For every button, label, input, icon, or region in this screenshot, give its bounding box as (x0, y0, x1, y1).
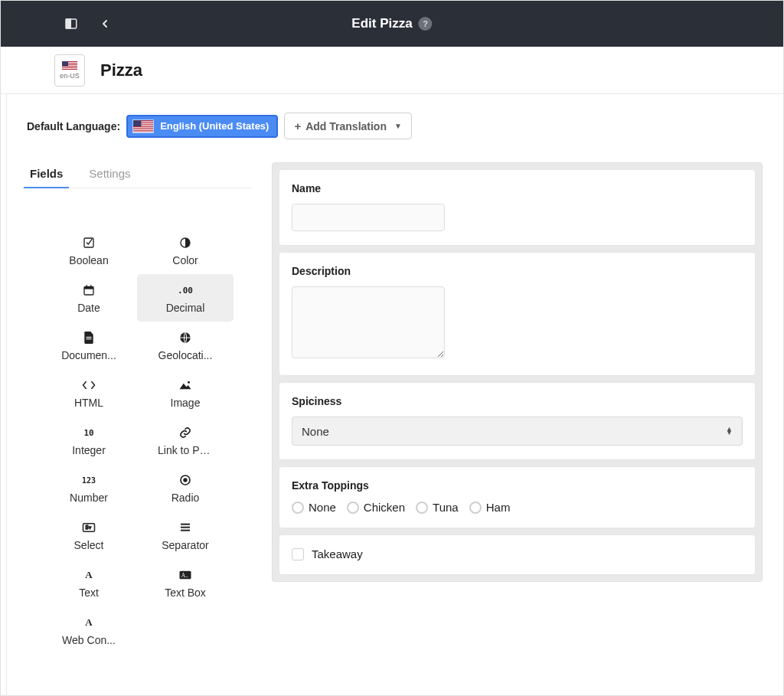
locale-code: en-US (60, 72, 80, 80)
radio-icon (469, 502, 482, 514)
field-label-description: Description (292, 265, 743, 277)
field-card-takeaway[interactable]: Takeaway (279, 534, 756, 575)
text-icon: A (85, 567, 92, 583)
svg-marker-27 (180, 384, 191, 390)
panel-toggle-icon[interactable] (60, 13, 82, 34)
description-input[interactable] (292, 286, 445, 358)
takeaway-checkbox-row[interactable]: Takeaway (292, 547, 743, 560)
header-title-wrap: Edit Pizza ? (351, 1, 432, 47)
topping-option-tuna[interactable]: Tuna (416, 501, 459, 514)
field-type-date[interactable]: Date (41, 274, 137, 322)
topping-option-ham[interactable]: Ham (469, 501, 511, 514)
locale-selector[interactable]: en-US (54, 54, 85, 87)
tab-settings[interactable]: Settings (87, 162, 132, 188)
code-icon (82, 377, 96, 394)
field-type-geolocation[interactable]: Geolocati... (137, 322, 234, 369)
plus-icon: + (294, 119, 301, 132)
svg-rect-7 (62, 68, 77, 69)
svg-text:A..: A.. (181, 572, 188, 579)
field-type-link[interactable]: Link to Pa... (137, 417, 234, 464)
number-icon: 123 (82, 472, 96, 489)
integer-icon: 10 (83, 424, 93, 441)
right-column: Name Description Spiciness None ▲▼ Extra… (272, 162, 763, 654)
link-icon (179, 424, 191, 441)
select-icon: S▾ (82, 519, 96, 536)
toppings-radio-group: None Chicken Tuna Ham (292, 501, 743, 514)
checkbox-icon (292, 548, 304, 560)
main-area: Default Language: English (United States… (6, 94, 778, 696)
radio-icon (347, 502, 359, 514)
field-type-separator[interactable]: Separator (137, 511, 234, 559)
page-title: Pizza (100, 60, 142, 80)
header-title: Edit Pizza (351, 16, 412, 31)
left-column: Fields Settings Boolean Color Date .00 (22, 162, 252, 654)
svg-rect-6 (62, 67, 77, 67)
svg-rect-25 (87, 338, 92, 339)
svg-rect-15 (133, 129, 153, 129)
svg-rect-1 (66, 19, 70, 28)
field-type-color[interactable]: Color (137, 227, 234, 274)
svg-point-28 (188, 381, 190, 384)
svg-rect-21 (84, 286, 93, 289)
name-input[interactable] (292, 204, 445, 231)
checkbox-icon (83, 234, 95, 251)
back-icon[interactable] (94, 13, 116, 34)
field-card-toppings[interactable]: Extra Toppings None Chicken Tuna Ham (279, 466, 756, 528)
tab-fields[interactable]: Fields (28, 162, 64, 188)
language-row: Default Language: English (United States… (27, 113, 763, 139)
spiciness-select[interactable]: None ▲▼ (292, 417, 743, 446)
decimal-icon: .00 (178, 282, 193, 299)
document-icon (83, 329, 94, 346)
add-translation-button[interactable]: + Add Translation ▼ (284, 113, 411, 139)
topping-option-chicken[interactable]: Chicken (347, 501, 405, 514)
field-label-toppings: Extra Toppings (292, 479, 743, 492)
svg-rect-14 (133, 127, 153, 128)
add-translation-label: Add Translation (305, 120, 387, 132)
textbox-icon: A.. (178, 567, 192, 583)
field-type-radio[interactable]: Radio (137, 464, 234, 511)
field-card-spiciness[interactable]: Spiciness None ▲▼ (279, 382, 756, 460)
field-type-documents[interactable]: Documen... (41, 322, 137, 369)
caret-down-icon: ▼ (394, 122, 402, 130)
field-type-webcontent[interactable]: A Web Con... (41, 606, 137, 654)
radio-icon (416, 502, 428, 514)
field-type-html[interactable]: HTML (41, 369, 137, 417)
contrast-icon (179, 234, 191, 251)
field-type-decimal[interactable]: .00 Decimal (137, 274, 234, 322)
image-icon (178, 377, 192, 394)
svg-rect-33 (181, 524, 190, 525)
svg-rect-8 (62, 70, 77, 70)
default-language-pill[interactable]: English (United States) (126, 115, 278, 138)
field-card-description[interactable]: Description (279, 252, 756, 376)
help-icon[interactable]: ? (419, 17, 433, 31)
field-type-textbox[interactable]: A.. Text Box (137, 559, 234, 606)
field-label-name: Name (292, 182, 743, 194)
form-area: Name Description Spiciness None ▲▼ Extra… (272, 162, 763, 582)
default-language-label: Default Language: (27, 120, 120, 132)
radio-icon (292, 502, 304, 514)
field-type-text[interactable]: A Text (41, 559, 137, 606)
spiciness-value: None (302, 425, 329, 438)
field-type-integer[interactable]: 10 Integer (41, 417, 137, 464)
svg-point-30 (183, 478, 187, 482)
svg-rect-9 (62, 61, 68, 66)
topping-option-none[interactable]: None (292, 501, 336, 514)
field-type-boolean[interactable]: Boolean (41, 227, 137, 274)
field-card-name[interactable]: Name (279, 169, 756, 246)
field-label-spiciness: Spiciness (292, 395, 743, 407)
field-type-grid: Boolean Color Date .00 Decimal Documen..… (22, 227, 252, 654)
calendar-icon (83, 282, 95, 299)
svg-rect-35 (181, 530, 190, 531)
field-type-image[interactable]: Image (137, 369, 234, 417)
field-type-number[interactable]: 123 Number (41, 464, 137, 511)
svg-rect-17 (133, 120, 141, 126)
field-type-select[interactable]: S▾ Select (41, 511, 137, 559)
top-bar: Edit Pizza ? (1, 1, 783, 47)
separator-icon (179, 519, 191, 536)
radio-icon (179, 472, 191, 489)
svg-rect-24 (87, 337, 92, 338)
svg-rect-34 (181, 527, 190, 528)
flag-us-icon (132, 119, 154, 133)
svg-rect-16 (133, 131, 153, 132)
flag-us-icon (62, 61, 77, 70)
